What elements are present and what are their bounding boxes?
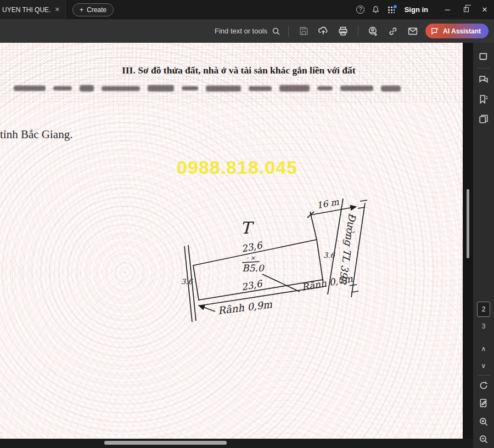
- pdf-page[interactable]: III. Sơ đồ thửa đất, nhà ở và tài sản kh…: [0, 43, 463, 439]
- upload-share-icon[interactable]: [316, 24, 330, 38]
- left-dimension: 3.6: [181, 277, 193, 286]
- request-signature-icon[interactable]: [366, 24, 380, 38]
- ai-assistant-panel-icon[interactable]: [473, 49, 494, 64]
- chevron-down-icon[interactable]: ∨: [473, 359, 494, 373]
- road-name-label: Đường TL 398: [337, 212, 358, 285]
- create-button[interactable]: + Create: [72, 3, 114, 16]
- right-sidebar: 2 3 ∧ ∨: [473, 43, 494, 448]
- document-tab[interactable]: UYEN THI QUE.pdf ✕: [0, 0, 66, 19]
- link-icon[interactable]: [386, 24, 400, 38]
- land-plot-sketch: T 23,6 · × B5.0 23,6 3.6 3.6 16 m Rãnh 0…: [0, 43, 463, 439]
- copy-pages-icon[interactable]: [473, 112, 494, 126]
- ditch-left-label: Rãnh 0,9m: [217, 298, 273, 316]
- chevron-up-icon[interactable]: ∧: [473, 342, 494, 356]
- toolbar-divider: [358, 26, 358, 37]
- dim-extension: [310, 212, 317, 240]
- minimize-icon[interactable]: ─: [438, 0, 457, 19]
- plus-icon: +: [80, 6, 83, 14]
- ai-chat-icon: [431, 27, 439, 35]
- page-tools-icon[interactable]: [473, 396, 494, 410]
- ditch-09-leader: [199, 305, 215, 311]
- current-page-indicator[interactable]: 2: [477, 302, 490, 317]
- toolbar-divider: [288, 26, 289, 37]
- ai-assistant-button[interactable]: AI Assistant: [425, 24, 489, 38]
- search-icon: [272, 27, 280, 36]
- vertical-scrollbar-thumb[interactable]: [467, 189, 469, 258]
- save-icon[interactable]: [296, 24, 311, 38]
- north-mark: T: [240, 218, 255, 237]
- tab-title: UYEN THI QUE.pdf: [2, 6, 50, 14]
- tab-close-icon[interactable]: ✕: [55, 6, 60, 13]
- sign-in-button[interactable]: Sign in: [405, 5, 428, 14]
- help-icon[interactable]: ?: [353, 2, 368, 18]
- vertical-scrollbar-track[interactable]: [463, 43, 473, 448]
- bookmarks-icon[interactable]: [473, 92, 494, 106]
- zoom-out-icon[interactable]: [473, 432, 494, 446]
- ai-assistant-label: AI Assistant: [443, 27, 481, 35]
- right-dimension: 3.6: [323, 251, 335, 259]
- sidebar-divider: [478, 68, 490, 69]
- close-icon[interactable]: ✕: [475, 0, 494, 19]
- titlebar: UYEN THI QUE.pdf ✕ + Create ? Sign in ─ …: [0, 0, 494, 19]
- plot-code-marks: · ×: [246, 254, 256, 262]
- restore-icon[interactable]: [457, 0, 475, 19]
- print-icon[interactable]: [336, 24, 350, 38]
- apps-grid-icon[interactable]: [384, 2, 399, 18]
- find-text-tool[interactable]: Find text or tools: [215, 27, 280, 36]
- zoom-in-icon[interactable]: [473, 415, 494, 429]
- top-dimension: 23,6: [240, 239, 264, 254]
- notification-dot: [394, 5, 397, 8]
- horizontal-scrollbar-thumb[interactable]: [104, 441, 227, 445]
- horizontal-scrollbar-track[interactable]: [0, 439, 473, 448]
- toolbar: Find text or tools AI Assistant: [0, 19, 494, 43]
- email-icon[interactable]: [406, 24, 420, 38]
- plot-code: B5.0: [242, 263, 265, 274]
- notifications-bell-icon[interactable]: [368, 2, 384, 18]
- road-front-dimension: 16 m: [316, 196, 340, 211]
- comments-icon[interactable]: [473, 72, 494, 87]
- find-label: Find text or tools: [215, 27, 267, 35]
- create-button-label: Create: [87, 6, 106, 14]
- rotate-icon[interactable]: [473, 378, 494, 393]
- bottom-dimension: 23,6: [240, 277, 264, 292]
- sidebar-divider: [478, 375, 490, 376]
- next-page-number[interactable]: 3: [473, 322, 494, 330]
